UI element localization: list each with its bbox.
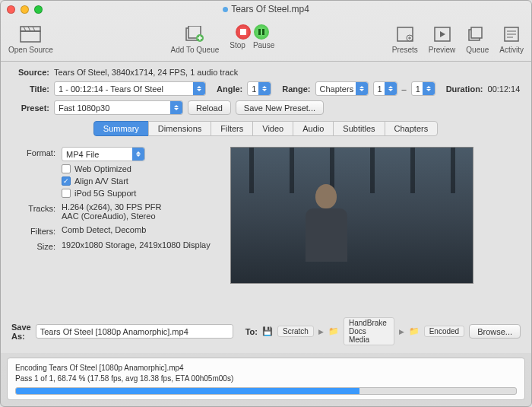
folder-icon: 📁 [409,326,420,336]
format-select[interactable]: MP4 File [62,147,145,161]
titlebar: Tears Of Steel.mp4 [1,1,531,17]
range-from-select[interactable]: 1 [373,81,397,96]
align-av-checkbox[interactable]: Align A/V Start [62,176,145,186]
source-value: Tears Of Steel, 3840x1714, 24 FPS, 1 aud… [54,68,238,77]
tab-video[interactable]: Video [252,121,293,136]
disk-icon: 💾 [262,326,273,336]
tab-filters[interactable]: Filters [211,121,253,136]
tab-bar: Summary Dimensions Filters Video Audio S… [11,121,521,136]
add-to-queue-button[interactable]: Add To Queue [171,24,220,54]
browse-button[interactable]: Browse... [469,324,521,339]
queue-button[interactable]: Queue [466,24,489,54]
size-label: Size: [19,240,55,251]
stop-label: Stop [230,41,245,49]
tab-subtitles[interactable]: Subtitles [333,121,385,136]
tab-summary[interactable]: Summary [93,121,149,136]
clapperboard-icon [20,24,41,44]
path-segment[interactable]: Encoded [424,326,464,337]
add-queue-icon [184,24,205,44]
activity-label: Activity [499,46,524,54]
range-to-select[interactable]: 1 [411,81,435,96]
path-segment[interactable]: Scratch [277,326,314,337]
duration-label: Duration: [446,84,483,94]
activity-button[interactable]: Activity [499,24,524,54]
angle-select[interactable]: 1 [247,81,271,96]
tracks-label: Tracks: [19,202,55,213]
angle-label: Angle: [217,84,242,94]
pause-button[interactable] [254,24,269,40]
activity-icon [501,24,522,44]
range-label: Range: [282,84,310,94]
to-label: To: [245,327,258,336]
svg-rect-20 [471,27,482,38]
filters-label: Filters: [19,225,55,236]
web-optimized-checkbox[interactable]: Web Optimized [62,164,145,173]
svg-line-2 [24,27,26,31]
chevron-updown-icon [170,101,182,114]
content-area: Source: Tears Of Steel, 3840x1714, 24 FP… [1,62,531,353]
pause-label: Pause [253,41,274,49]
save-as-input[interactable]: Tears Of Steel [1080p Anamorphic].mp4 [36,324,233,339]
stop-button[interactable] [236,24,251,40]
duration-value: 00:12:14 [488,84,521,94]
tab-dimensions[interactable]: Dimensions [148,121,211,136]
queue-icon [467,24,488,44]
svg-rect-0 [21,31,40,42]
chevron-updown-icon [356,82,368,95]
title-label: Title: [11,84,49,94]
window-title: Tears Of Steel.mp4 [1,4,531,14]
tracks-value: H.264 (x264), 30 FPS PFRAAC (CoreAudio),… [62,202,161,221]
svg-marker-18 [440,31,445,37]
progress-detail: Pass 1 of 1, 68.74 % (17.58 fps, avg 18.… [15,374,517,384]
add-to-queue-label: Add To Queue [171,46,220,54]
progress-title: Encoding Tears Of Steel [1080p Anamorphi… [15,363,517,374]
svg-rect-11 [258,29,261,35]
tab-chapters[interactable]: Chapters [385,121,439,136]
open-source-button[interactable]: Open Source [8,24,53,54]
preview-icon [432,24,453,44]
chevron-updown-icon [193,82,205,95]
svg-line-4 [33,27,35,31]
format-label: Format: [19,147,55,157]
queue-label: Queue [466,46,489,54]
open-source-label: Open Source [8,46,53,54]
preset-label: Preset: [11,103,49,113]
progress-fill [16,388,359,394]
title-select[interactable]: 1 - 00:12:14 - Tears Of Steel [54,81,206,96]
source-label: Source: [11,68,49,77]
progress-panel: Encoding Tears Of Steel [1080p Anamorphi… [7,358,525,400]
presets-button[interactable]: Presets [392,24,418,54]
presets-icon [394,24,416,44]
range-sep: – [402,84,407,94]
svg-rect-10 [240,29,246,35]
svg-line-3 [28,27,30,31]
chevron-updown-icon [385,82,397,95]
range-type-select[interactable]: Chapters [315,81,369,96]
chevron-updown-icon [258,82,271,95]
chevron-right-icon: ▶ [318,328,324,335]
size-value: 1920x1080 Storage, 2419x1080 Display [62,240,211,250]
chevron-updown-icon [423,82,435,95]
save-as-label: Save As: [11,323,31,341]
progress-bar [15,387,517,395]
save-new-preset-button[interactable]: Save New Preset... [236,100,324,115]
ipod-checkbox[interactable]: iPod 5G Support [62,189,145,198]
path-segment[interactable]: HandBrake Docs Media [344,317,394,345]
document-modified-icon [223,7,228,12]
app-window: Tears Of Steel.mp4 Open Source Add To Qu… [0,0,532,407]
preset-select[interactable]: Fast 1080p30 [54,100,183,115]
svg-rect-12 [262,29,264,35]
reload-preset-button[interactable]: Reload [188,100,231,115]
filters-value: Comb Detect, Decomb [62,225,146,234]
video-preview [230,147,473,284]
preview-button[interactable]: Preview [429,24,456,54]
chevron-right-icon: ▶ [399,328,404,335]
preview-label: Preview [429,46,456,54]
presets-label: Presets [392,46,418,54]
encode-controls: StopPause [230,24,274,54]
toolbar: Open Source Add To Queue StopPause [1,17,531,62]
chevron-updown-icon [132,148,144,161]
folder-icon: 📁 [328,326,339,336]
tab-audio[interactable]: Audio [293,121,334,136]
